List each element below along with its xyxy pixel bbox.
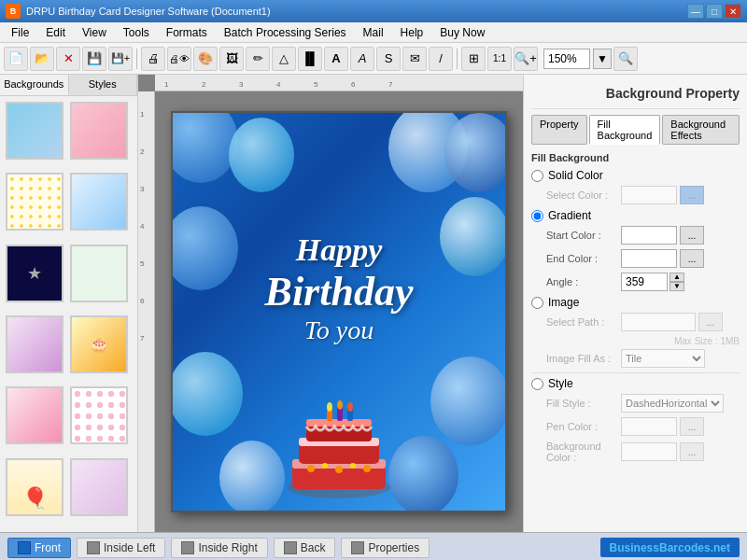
email-button[interactable]: ✉ bbox=[402, 47, 427, 71]
menu-view[interactable]: View bbox=[75, 24, 114, 41]
print-preview-button[interactable]: 🖨👁 bbox=[167, 47, 191, 71]
zoom-input[interactable]: 150% bbox=[543, 49, 590, 69]
angle-input[interactable] bbox=[621, 273, 668, 291]
barcode-button[interactable]: ▐▌ bbox=[298, 47, 322, 71]
menu-help[interactable]: Help bbox=[393, 24, 431, 41]
print-button[interactable]: 🖨 bbox=[141, 47, 165, 71]
menu-formats[interactable]: Formats bbox=[159, 24, 215, 41]
text2-button[interactable]: A bbox=[350, 47, 374, 71]
style-radio[interactable] bbox=[531, 378, 543, 390]
tab-background-effects[interactable]: Background Effects bbox=[662, 115, 740, 145]
line-button[interactable]: / bbox=[429, 47, 453, 71]
ratio-button[interactable]: 1:1 bbox=[487, 47, 512, 71]
gradient-label: Gradient bbox=[548, 209, 591, 222]
svg-point-13 bbox=[307, 465, 315, 472]
zoom-in-button[interactable]: 🔍+ bbox=[514, 47, 538, 71]
tab-property[interactable]: Property bbox=[531, 115, 587, 145]
style-label: Style bbox=[548, 377, 573, 390]
tab-inside-left[interactable]: Inside Left bbox=[77, 538, 165, 558]
image-button[interactable]: 🖼 bbox=[219, 47, 244, 71]
solid-color-input[interactable] bbox=[621, 186, 677, 204]
menu-mail[interactable]: Mail bbox=[356, 24, 391, 41]
thumb-1[interactable] bbox=[6, 102, 63, 160]
fill-style-select[interactable]: DashedHorizontal Solid Cross bbox=[621, 394, 724, 413]
start-color-input[interactable] bbox=[621, 226, 677, 245]
image-radio[interactable] bbox=[531, 297, 543, 309]
gradient-row[interactable]: Gradient bbox=[531, 209, 740, 222]
thumb-8[interactable]: 🎂 bbox=[70, 315, 128, 373]
symbol-button[interactable]: S bbox=[376, 47, 401, 71]
pen-color-input[interactable] bbox=[621, 417, 677, 436]
image-fill-select[interactable]: Tile Stretch Center bbox=[621, 349, 705, 368]
ruler-left: 1 2 3 4 5 6 7 bbox=[138, 91, 155, 532]
select-color-label: Select Color : bbox=[546, 189, 621, 201]
thumb-9[interactable] bbox=[6, 386, 63, 444]
end-color-input[interactable] bbox=[621, 249, 677, 268]
tab-back[interactable]: Back bbox=[274, 538, 336, 558]
thumb-5[interactable]: ★ bbox=[6, 245, 63, 302]
tab-backgrounds[interactable]: Backgrounds bbox=[0, 75, 69, 95]
thumb-7[interactable] bbox=[6, 315, 63, 373]
new-button[interactable]: 📄 bbox=[4, 47, 28, 71]
solid-color-radio[interactable] bbox=[531, 170, 543, 182]
max-size-text: Max Size : 1MB bbox=[531, 336, 740, 346]
angle-spinbutton[interactable]: ▲ ▼ bbox=[669, 273, 684, 291]
tab-styles[interactable]: Styles bbox=[69, 75, 138, 95]
style-row[interactable]: Style bbox=[531, 377, 740, 390]
thumb-4[interactable] bbox=[70, 173, 128, 231]
tab-front[interactable]: Front bbox=[7, 538, 71, 558]
thumb-12[interactable] bbox=[70, 458, 128, 516]
minimize-button[interactable]: — bbox=[687, 4, 704, 19]
tab-fill-background[interactable]: Fill Background bbox=[589, 115, 661, 145]
window-controls[interactable]: — □ ✕ bbox=[687, 4, 741, 19]
thumb-11[interactable]: 🎈 bbox=[6, 458, 63, 516]
zoom-out-button[interactable]: 🔍 bbox=[613, 47, 638, 71]
cake-image bbox=[278, 399, 400, 501]
menu-file[interactable]: File bbox=[4, 24, 36, 41]
thumb-10[interactable] bbox=[70, 386, 128, 444]
close-doc-button[interactable]: ✕ bbox=[56, 47, 80, 71]
color-button[interactable]: 🎨 bbox=[193, 47, 218, 71]
canvas-card[interactable]: Happy Birthday To you bbox=[171, 111, 507, 512]
image-row[interactable]: Image bbox=[531, 296, 740, 309]
close-button[interactable]: ✕ bbox=[725, 4, 741, 19]
image-fill-row: Image Fill As : Tile Stretch Center bbox=[531, 349, 740, 368]
bg-color-button[interactable]: ... bbox=[680, 442, 704, 461]
save-all-button[interactable]: 💾+ bbox=[108, 47, 133, 71]
solid-color-button[interactable]: ... bbox=[680, 186, 704, 204]
thumb-6[interactable] bbox=[70, 245, 128, 302]
sep2 bbox=[457, 49, 458, 69]
tab-inside-right[interactable]: Inside Right bbox=[171, 538, 267, 558]
image-fill-label: Image Fill As : bbox=[546, 353, 621, 364]
text-happy: Happy bbox=[265, 232, 414, 268]
start-color-button[interactable]: ... bbox=[680, 226, 704, 245]
tab-back-label: Back bbox=[301, 541, 326, 554]
open-button[interactable]: 📂 bbox=[30, 47, 54, 71]
menu-buynow[interactable]: Buy Now bbox=[432, 24, 492, 41]
angle-down[interactable]: ▼ bbox=[669, 282, 684, 291]
thumb-2[interactable] bbox=[70, 102, 128, 160]
pen-button[interactable]: ✏ bbox=[246, 47, 270, 71]
pen-color-button[interactable]: ... bbox=[680, 417, 704, 436]
bg-color-input[interactable] bbox=[621, 442, 677, 461]
menu-batch[interactable]: Batch Processing Series bbox=[217, 24, 354, 41]
solid-color-row[interactable]: Solid Color bbox=[531, 169, 740, 182]
text-button[interactable]: A bbox=[324, 47, 348, 71]
image-path-button[interactable]: ... bbox=[698, 313, 723, 331]
zoom-dropdown-button[interactable]: ▼ bbox=[593, 49, 612, 69]
grid-button[interactable]: ⊞ bbox=[461, 47, 486, 71]
maximize-button[interactable]: □ bbox=[706, 4, 723, 19]
gradient-radio[interactable] bbox=[531, 210, 543, 222]
end-color-label: End Color : bbox=[546, 253, 621, 264]
angle-up[interactable]: ▲ bbox=[669, 273, 684, 282]
end-color-button[interactable]: ... bbox=[680, 249, 704, 268]
menu-edit[interactable]: Edit bbox=[38, 24, 73, 41]
save-button[interactable]: 💾 bbox=[82, 47, 106, 71]
panel-tabs: Backgrounds Styles bbox=[0, 75, 137, 96]
menu-tools[interactable]: Tools bbox=[116, 24, 157, 41]
image-path-input[interactable] bbox=[621, 313, 696, 331]
thumb-3[interactable] bbox=[6, 173, 63, 231]
thumbnails-grid: ★ 🎂 🎈 bbox=[0, 96, 137, 532]
shape-button[interactable]: △ bbox=[272, 47, 296, 71]
tab-properties[interactable]: Properties bbox=[341, 538, 430, 558]
